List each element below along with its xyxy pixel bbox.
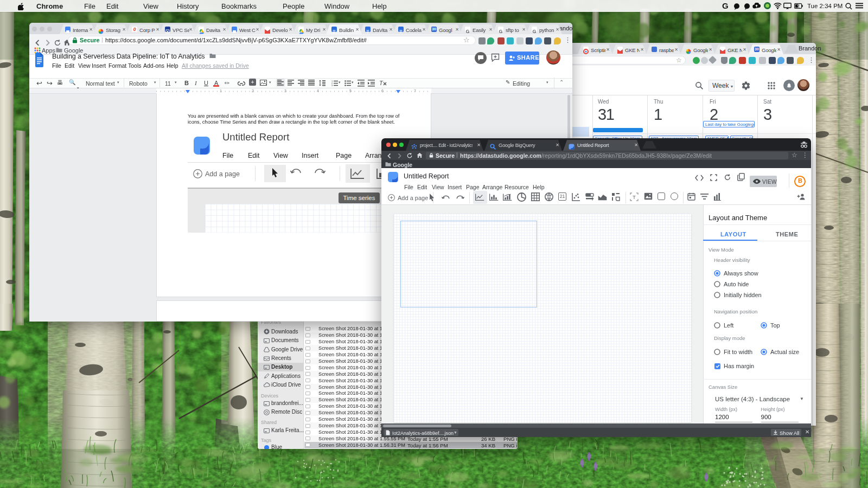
svg-text:G: G xyxy=(499,29,502,34)
svg-text:T: T xyxy=(633,195,636,200)
svg-text:G: G xyxy=(465,29,469,34)
svg-text:G: G xyxy=(532,29,536,34)
